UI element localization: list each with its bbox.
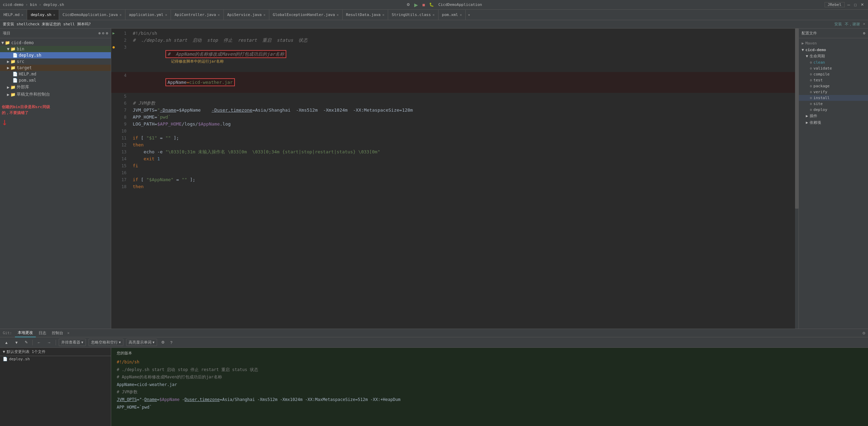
bottom-tab-local-changes[interactable]: 本地更改	[15, 329, 36, 337]
close-btn[interactable]: ✕	[859, 2, 865, 8]
close-api-controller-icon[interactable]: ✕	[218, 13, 220, 17]
tab-string-utils[interactable]: StringUtils.class ✕	[388, 10, 439, 20]
tab-deploy-sh[interactable]: deploy.sh ✕	[27, 10, 59, 20]
sidebar-item-help-md[interactable]: 📄 HELP.md	[0, 71, 111, 77]
close-help-md-icon[interactable]: ✕	[21, 13, 23, 17]
build-btn[interactable]: ⚙	[405, 2, 411, 8]
line-content-18: then	[130, 183, 799, 190]
tab-api-controller[interactable]: ApiController.java ✕	[171, 10, 223, 20]
gear-validate-icon: ⚙	[810, 66, 812, 70]
annotation-text: 创建的bin目录是和src同级的，不要搞错了	[2, 104, 50, 116]
minimize-btn[interactable]: ─	[846, 2, 852, 8]
line-content-5	[130, 93, 799, 100]
sidebar-settings-icon[interactable]: ⚙	[106, 31, 108, 35]
close-string-utils-icon[interactable]: ✕	[433, 13, 435, 17]
sidebar-item-root[interactable]: ▼ 📁 cicd-demo	[0, 40, 111, 46]
sidebar-item-external-libs[interactable]: ▶ 📁 外部库	[0, 83, 111, 91]
bottom-tab-console[interactable]: 控制台	[49, 329, 66, 337]
close-api-service-icon[interactable]: ✕	[263, 13, 265, 17]
folder-icon: 📁	[5, 40, 10, 45]
maven-plugins-section[interactable]: ▶ 插件	[799, 113, 868, 119]
close-result-data-icon[interactable]: ✕	[382, 13, 384, 17]
down-arrow-btn[interactable]: ▼	[13, 340, 20, 345]
close-cicd-app-icon[interactable]: ✕	[120, 13, 122, 17]
tab-result-data[interactable]: ResultData.java ✕	[343, 10, 388, 20]
bottom-tab-log[interactable]: 日志	[36, 329, 49, 337]
run-btn[interactable]: ▶	[413, 1, 419, 8]
line-num-3: 3	[116, 44, 130, 72]
tab-more-icon[interactable]: ▾	[466, 13, 472, 17]
gear-deploy-icon: ⚙	[810, 108, 812, 112]
sidebar-tree: ▼ 📁 cicd-demo ▼ 📁 bin 📄 deploy.sh ▶	[0, 38, 111, 329]
run-indicator-8	[111, 114, 116, 121]
maven-install[interactable]: ⚙ install	[799, 95, 868, 101]
maven-package[interactable]: ⚙ package	[799, 83, 868, 89]
sidebar-item-scratch[interactable]: ▶ 📁 草稿文件和控制台	[0, 91, 111, 98]
sidebar: 项目 ⊕ ⊖ ⚙ ▼ 📁 cicd-demo ▼ 📁 bin	[0, 29, 111, 329]
maven-clean[interactable]: ⚙ clean	[799, 59, 868, 65]
close-pom-xml-icon[interactable]: ✕	[460, 13, 462, 17]
debug-btn[interactable]: 🐛	[428, 2, 435, 8]
maven-deps-section[interactable]: ▶ 依赖项	[799, 119, 868, 126]
notif-dismiss-btn[interactable]: 不，谢谢	[845, 22, 860, 27]
run-indicator-16	[111, 169, 116, 176]
stop-btn[interactable]: ■	[421, 1, 426, 8]
back-btn[interactable]: ←	[35, 340, 43, 345]
highlight-appname-box: AppName=cicd-weather.jar	[165, 78, 235, 86]
your-version-label: 您的版本	[117, 351, 862, 356]
tab-app-yml[interactable]: application.yml ✕	[125, 10, 171, 20]
maven-compile[interactable]: ⚙ compile	[799, 71, 868, 77]
editor-scrollbar[interactable]	[795, 29, 799, 329]
line-content-9: LOG_PATH=$APP_HOME/logs/$AppName.log	[130, 121, 799, 128]
tab-exception-handler[interactable]: GlobalExceptionHandler.java ✕	[269, 10, 343, 20]
edit-btn[interactable]: ✎	[23, 339, 30, 345]
chevron-diff-icon[interactable]: ▼	[3, 349, 5, 354]
sidebar-item-target[interactable]: ▶ 📁 target	[0, 65, 111, 71]
sidebar-item-deploy-sh[interactable]: 📄 deploy.sh	[0, 52, 111, 58]
toolbar-settings-btn[interactable]: ⚙	[160, 339, 166, 345]
highlight-words-btn[interactable]: 高亮显示单词 ▾	[126, 339, 157, 346]
diff-file-item[interactable]: 📄 deploy.sh	[0, 356, 111, 362]
sidebar-expand-icon[interactable]: ⊕	[98, 31, 101, 35]
settings-right-icon[interactable]: ⚙	[862, 330, 865, 336]
maven-test[interactable]: ⚙ test	[799, 77, 868, 83]
maven-lifecycle-section[interactable]: ▼ 生命周期	[799, 53, 868, 59]
tab-help-md[interactable]: HELP.md ✕	[0, 10, 27, 20]
sidebar-title: 项目	[3, 31, 10, 36]
maven-item-cicd-demo[interactable]: ▼ cicd-demo	[799, 47, 868, 53]
bottom-tab-close-icon[interactable]: ✕	[67, 331, 70, 335]
maven-validate[interactable]: ⚙ validate	[799, 65, 868, 71]
diff-line-8: APP_HOME=`pwd`	[117, 404, 862, 411]
diff-line-7: JVM_OPTS="-Dname=$AppName -Duser.timezon…	[117, 396, 862, 404]
close-exception-handler-icon[interactable]: ✕	[337, 13, 339, 17]
toolbar-sep2	[56, 340, 56, 345]
settings-icon[interactable]: ⚙	[863, 31, 865, 35]
close-app-yml-icon[interactable]: ✕	[165, 13, 167, 17]
compare-viewer-btn[interactable]: 并排查看器 ▾	[59, 339, 86, 346]
up-arrow-btn[interactable]: ▲	[3, 340, 10, 345]
maven-site[interactable]: ⚙ site	[799, 101, 868, 107]
sidebar-item-bin[interactable]: ▼ 📁 bin	[0, 46, 111, 52]
external-libs-label: 外部库	[17, 84, 29, 90]
forward-btn[interactable]: →	[46, 340, 53, 345]
tab-result-data-label: ResultData.java	[346, 13, 380, 17]
maximize-btn[interactable]: □	[853, 2, 858, 8]
scrollbar-thumb[interactable]	[795, 29, 799, 209]
notif-close-icon[interactable]: ✕	[863, 22, 865, 27]
run-indicator-6	[111, 100, 116, 107]
tab-api-service[interactable]: ApiService.java ✕	[224, 10, 269, 20]
maven-header[interactable]: ▶ Maven	[799, 40, 868, 47]
close-deploy-sh-icon[interactable]: ✕	[53, 13, 55, 17]
code-editor[interactable]: ▶ 1 #!/bin/sh 2 # ./deploy.sh start 启动 s…	[111, 29, 799, 329]
notif-install-btn[interactable]: 安装	[834, 22, 842, 27]
maven-deploy[interactable]: ⚙ deploy	[799, 107, 868, 113]
sidebar-item-src[interactable]: ▶ 📁 src	[0, 58, 111, 65]
target-label: target	[17, 65, 32, 70]
tab-pom-xml[interactable]: pom.xml ✕	[439, 10, 466, 20]
toolbar-help-btn[interactable]: ?	[169, 340, 174, 345]
maven-verify[interactable]: ⚙ verify	[799, 89, 868, 95]
ignore-whitespace-btn[interactable]: 忽略空格和空行 ▾	[89, 339, 123, 346]
tab-cicd-app[interactable]: CicdDemoApplication.java ✕	[59, 10, 125, 20]
sidebar-collapse-icon[interactable]: ⊖	[102, 31, 105, 35]
sidebar-item-pom-xml[interactable]: 📄 pom.xml	[0, 77, 111, 83]
